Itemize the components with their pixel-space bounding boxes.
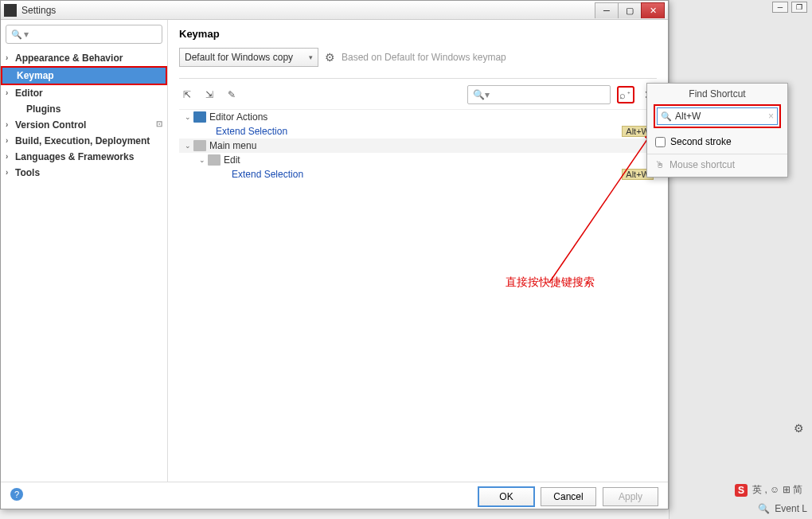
tree-action-extend-selection[interactable]: Extend Selection Alt+W — [179, 124, 657, 139]
based-on-label: Based on Default for Windows keymap — [342, 52, 506, 63]
second-stroke-checkbox[interactable]: Second stroke — [647, 133, 787, 150]
action-tree[interactable]: ⌄ Editor Actions Extend Selection Alt+W … — [179, 109, 657, 474]
sidebar-item-editor[interactable]: ›Editor — [1, 85, 167, 101]
annotation-text: 直接按快捷键搜索 — [506, 275, 595, 290]
expand-all-icon[interactable]: ⇱ — [179, 87, 195, 103]
keymap-dropdown[interactable]: Default for Windows copy▾ — [179, 48, 318, 67]
ime-icon: S — [735, 484, 748, 497]
ide-background: ─ ❐ ⚙ 🔍 Event L — [669, 0, 812, 519]
settings-tree[interactable]: ›Appearance & Behavior Keymap ›Editor Pl… — [1, 49, 167, 482]
gear-icon[interactable]: ⚙ — [325, 51, 335, 64]
find-shortcut-popup: Find Shortcut 🔍 Alt+W × Second stroke 🖱 … — [646, 83, 788, 178]
sidebar-search-input[interactable]: 🔍▾ — [6, 25, 162, 44]
tree-group-editor-actions[interactable]: ⌄ Editor Actions — [179, 110, 657, 124]
cancel-button[interactable]: Cancel — [541, 487, 596, 506]
tree-group-edit[interactable]: ⌄ Edit — [179, 153, 657, 167]
edit-icon[interactable]: ✎ — [224, 87, 240, 103]
settings-sidebar: 🔍▾ ›Appearance & Behavior Keymap ›Editor… — [1, 20, 168, 482]
titlebar[interactable]: Settings ─ ▢ ✕ — [1, 1, 668, 20]
popup-title: Find Shortcut — [647, 84, 787, 104]
search-icon: 🔍 — [758, 503, 770, 514]
sidebar-item-appearance[interactable]: ›Appearance & Behavior — [1, 50, 167, 66]
sidebar-item-build[interactable]: ›Build, Execution, Deployment — [1, 133, 167, 149]
maximize-button[interactable]: ▢ — [618, 2, 642, 18]
close-button[interactable]: ✕ — [641, 2, 665, 18]
minimize-button[interactable]: ─ — [595, 2, 619, 18]
sidebar-item-languages[interactable]: ›Languages & Frameworks — [1, 149, 167, 165]
sidebar-item-vcs[interactable]: ›Version Control⊡ — [1, 117, 167, 133]
mouse-icon: 🖱 — [655, 159, 665, 170]
clear-icon[interactable]: × — [768, 111, 774, 122]
sidebar-item-keymap[interactable]: Keymap — [1, 66, 167, 85]
chevron-down-icon: ⌄ — [197, 156, 208, 164]
find-shortcut-button[interactable]: ⌕⁺ — [617, 86, 634, 103]
search-icon: 🔍 — [11, 29, 22, 40]
page-title: Keymap — [179, 28, 657, 40]
folder-icon — [208, 154, 221, 166]
collapse-all-icon[interactable]: ⇲ — [201, 87, 217, 103]
ide-min-icon[interactable]: ─ — [772, 2, 788, 13]
mouse-shortcut-row[interactable]: 🖱 Mouse shortcut — [647, 154, 787, 177]
settings-dialog: Settings ─ ▢ ✕ 🔍▾ ›Appearance & Behavior… — [0, 0, 669, 509]
chevron-down-icon: ⌄ — [182, 113, 193, 121]
tree-group-main-menu[interactable]: ⌄ Main menu — [179, 139, 657, 153]
main-panel: Keymap Default for Windows copy▾ ⚙ Based… — [168, 20, 668, 482]
sidebar-item-tools[interactable]: ›Tools — [1, 165, 167, 181]
app-icon — [4, 4, 17, 17]
ide-restore-icon[interactable]: ❐ — [791, 2, 807, 13]
shortcut-input[interactable]: 🔍 Alt+W × — [657, 107, 778, 125]
sidebar-item-plugins[interactable]: Plugins — [1, 101, 167, 117]
divider — [179, 78, 657, 79]
dialog-buttons: OK Cancel Apply — [1, 482, 668, 510]
search-icon: 🔍 — [473, 89, 485, 100]
help-icon[interactable]: ? — [10, 488, 23, 501]
apply-button[interactable]: Apply — [603, 487, 658, 506]
folder-icon — [193, 111, 206, 123]
tree-action-extend-selection-2[interactable]: Extend Selection Alt+W — [179, 167, 657, 181]
chevron-down-icon: ⌄ — [182, 142, 193, 150]
ime-status[interactable]: S 英 , ☺ ⊞ 简 — [730, 482, 807, 498]
ok-button[interactable]: OK — [478, 487, 534, 506]
window-title: Settings — [21, 5, 595, 16]
action-search-input[interactable]: 🔍▾ — [467, 85, 611, 104]
gear-icon[interactable]: ⚙ — [794, 422, 804, 435]
status-bar: 🔍 Event L — [753, 501, 812, 516]
event-log-label[interactable]: Event L — [775, 503, 807, 514]
folder-icon — [193, 140, 206, 151]
search-icon: 🔍 — [661, 111, 672, 122]
